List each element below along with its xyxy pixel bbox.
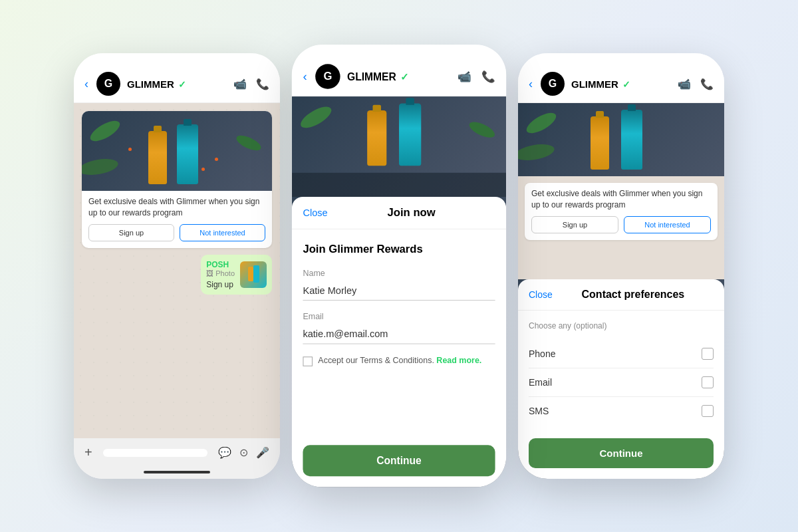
terms-text: Accept our Terms & Conditions. Read more… [318, 355, 481, 365]
pref-email-checkbox[interactable] [702, 376, 714, 388]
instagram-icon-1[interactable]: ⊙ [239, 446, 248, 459]
name-label: Name [303, 268, 495, 278]
leaf-bg-2 [467, 119, 497, 141]
bottle-scene-2 [292, 96, 506, 172]
phone-notch-3 [588, 53, 654, 69]
phone-icon-1[interactable]: 📞 [256, 78, 269, 90]
back-icon-3[interactable]: ‹ [529, 77, 533, 91]
video-icon-1[interactable]: 📹 [233, 78, 247, 90]
leaf-bg-3a [523, 109, 559, 137]
continue-button-2[interactable]: Continue [303, 445, 495, 476]
svg-rect-1 [253, 265, 259, 283]
not-interested-button-3[interactable]: Not interested [624, 216, 711, 233]
ad-card-3: Get exclusive deals with Glimmer when yo… [525, 183, 718, 240]
bottle-orange-1 [148, 131, 167, 184]
contact-close-button[interactable]: Close [529, 289, 553, 300]
bottle-blue-3 [621, 110, 642, 170]
video-icon-2[interactable]: 📹 [458, 70, 471, 83]
terms-checkbox[interactable] [303, 356, 313, 366]
ad-text-1: Get exclusive deals with Glimmer when yo… [88, 196, 265, 219]
home-bar-1 [144, 471, 210, 473]
dot-3 [201, 168, 205, 171]
bottom-icons-1: 💬 ⊙ 🎤 [218, 446, 269, 459]
modal-body: Join Glimmer Rewards Name Email Accept o… [292, 229, 506, 445]
modal-close-button[interactable]: Close [303, 207, 327, 219]
phone-notch-1 [144, 53, 210, 69]
dark-overlay-2 [292, 173, 506, 197]
pref-phone-checkbox[interactable] [702, 348, 714, 360]
phone-notch-2 [364, 45, 434, 61]
bottle-scene-1 [82, 111, 272, 191]
chat-input-1[interactable] [103, 449, 207, 457]
dot-2 [215, 158, 218, 161]
svg-rect-0 [248, 267, 253, 281]
video-icon-3[interactable]: 📹 [678, 78, 691, 90]
contact-header: Close Contact preferences [518, 279, 724, 311]
avatar-2: G [315, 64, 340, 88]
posh-sub-1: 🖼 Photo [206, 269, 235, 277]
name-input[interactable] [303, 281, 495, 301]
pref-phone-label: Phone [529, 348, 555, 359]
signup-button-1[interactable]: Sign up [88, 224, 174, 241]
blurred-bg-2: Close Join now Join Glimmer Rewards Name… [292, 96, 506, 487]
verified-badge-3: ✓ [622, 79, 630, 90]
brand-name-3: GLIMMER ✓ [571, 78, 671, 90]
sticker-icon-1[interactable]: 💬 [218, 446, 231, 459]
bottle-blue-1 [177, 124, 198, 184]
terms-link[interactable]: Read more. [436, 355, 481, 365]
contact-body: Choose any (optional) Phone Email SMS [518, 311, 724, 438]
contact-subtitle: Choose any (optional) [529, 321, 714, 331]
leaf-1 [87, 117, 122, 145]
form-title: Join Glimmer Rewards [303, 243, 495, 256]
ad-image-1 [82, 111, 272, 191]
leaf-bg-3b [518, 142, 555, 163]
modal-header: Close Join now [292, 197, 506, 229]
phone-3: ‹ G GLIMMER ✓ 📹 📞 Get exc [518, 53, 724, 479]
leaf-3 [82, 156, 119, 178]
ad-body-3: Get exclusive deals with Glimmer when yo… [525, 183, 718, 240]
brand-name-1: GLIMMER ✓ [127, 78, 227, 90]
contact-title: Contact preferences [553, 289, 714, 301]
pref-sms-checkbox[interactable] [702, 405, 714, 417]
join-modal: Close Join now Join Glimmer Rewards Name… [292, 197, 506, 487]
posh-thumb-1 [240, 261, 267, 288]
posh-name-1: POSH [206, 260, 235, 269]
avatar-3: G [541, 72, 565, 96]
back-icon-2[interactable]: ‹ [303, 69, 307, 84]
header-icons-3: 📹 📞 [678, 78, 714, 90]
verified-badge-1: ✓ [178, 79, 186, 90]
bottle-orange-3 [591, 116, 609, 170]
chat-bottom-1: + 💬 ⊙ 🎤 [74, 438, 280, 467]
email-input[interactable] [303, 324, 495, 344]
not-interested-button-1[interactable]: Not interested [180, 224, 265, 241]
bottle-scene-3 [518, 103, 724, 176]
ad-buttons-3: Sign up Not interested [531, 216, 711, 233]
avatar-1: G [96, 72, 120, 96]
posh-thumb-svg [245, 264, 261, 285]
chat-bg-3: Get exclusive deals with Glimmer when yo… [518, 176, 724, 279]
ad-body-1: Get exclusive deals with Glimmer when yo… [82, 191, 272, 248]
name-form-group: Name [303, 268, 495, 301]
blurred-bg-3: Get exclusive deals with Glimmer when yo… [518, 103, 724, 479]
phone-icon-2[interactable]: 📞 [481, 70, 495, 83]
back-icon-1[interactable]: ‹ [84, 77, 88, 91]
pref-email: Email [529, 368, 714, 397]
pref-sms-label: SMS [529, 406, 549, 416]
pref-sms: SMS [529, 397, 714, 425]
email-form-group: Email [303, 312, 495, 344]
home-indicator-1 [74, 467, 280, 479]
continue-button-3[interactable]: Continue [529, 438, 714, 468]
signup-button-3[interactable]: Sign up [531, 216, 618, 233]
phone-icon-3[interactable]: 📞 [700, 78, 714, 90]
phone-2: ‹ G GLIMMER ✓ 📹 📞 Close [292, 45, 506, 487]
plus-icon-1[interactable]: + [84, 445, 92, 460]
mic-icon-1[interactable]: 🎤 [256, 446, 269, 459]
verified-badge-2: ✓ [400, 71, 408, 82]
brand-name-2: GLIMMER ✓ [347, 70, 451, 82]
header-icons-2: 📹 📞 [458, 70, 495, 83]
terms-row: Accept our Terms & Conditions. Read more… [303, 355, 495, 366]
email-label: Email [303, 312, 495, 322]
bottle-blue-2 [399, 104, 421, 166]
posh-bubble-1: POSH 🖼 Photo Sign up [201, 255, 272, 295]
posh-info-1: POSH 🖼 Photo Sign up [206, 260, 235, 289]
